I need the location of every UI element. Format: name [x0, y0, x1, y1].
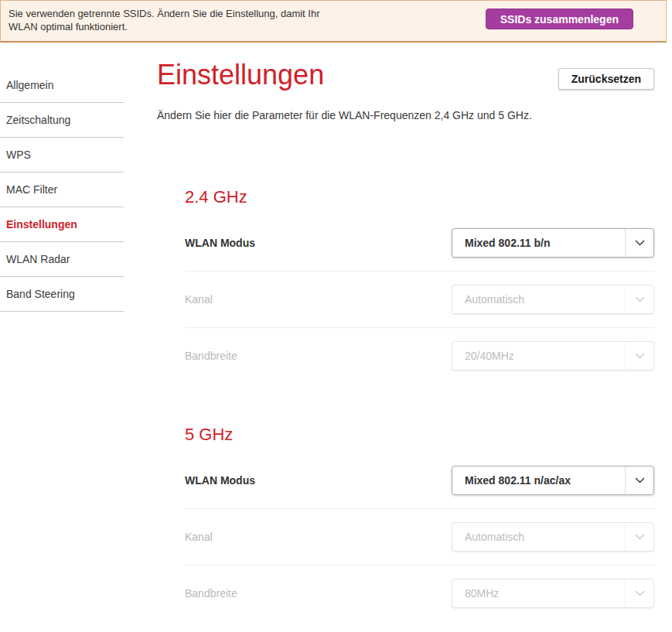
page-subtitle: Ändern Sie hier die Parameter für die WL… [157, 109, 654, 122]
dropdown-5-ghz-bandbreite: 80MHz [452, 579, 654, 608]
sidebar-item-wlan-radar[interactable]: WLAN Radar [0, 242, 124, 277]
band-heading-2-4-ghz: 2.4 GHz [185, 186, 654, 208]
dropdown-5-ghz-kanal: Automatisch [452, 522, 654, 552]
ssid-warning-banner: Sie verwenden getrennte SSIDs. Ändern Si… [0, 0, 667, 43]
dropdown-value: 20/40MHz [452, 342, 625, 370]
banner-message-line1: Sie verwenden getrennte SSIDs. Ändern Si… [9, 8, 320, 19]
sidebar-item-band-steering[interactable]: Band Steering [0, 277, 124, 312]
setting-row-bandbreite: Bandbreite80MHz [185, 565, 654, 621]
page-layout: AllgemeinZeitschaltungWPSMAC FilterEinst… [0, 43, 672, 621]
dropdown-value: Automatisch [452, 285, 625, 313]
dropdown-value: Automatisch [452, 523, 625, 551]
chevron-down-icon [625, 466, 653, 494]
band-section-2-4-ghz: 2.4 GHzWLAN ModusMixed 802.11 b/nKanalAu… [185, 186, 654, 384]
setting-label: WLAN Modus [185, 474, 255, 487]
sidebar-item-einstellungen[interactable]: Einstellungen [0, 207, 124, 242]
band-heading-5-ghz: 5 GHz [185, 424, 654, 446]
banner-message: Sie verwenden getrennte SSIDs. Ändern Si… [9, 7, 320, 33]
setting-label: Bandbreite [185, 350, 237, 362]
sidebar-item-label: Einstellungen [6, 218, 77, 231]
header-row: Einstellungen Zurücksetzen [157, 58, 654, 92]
sidebar-nav: AllgemeinZeitschaltungWPSMAC FilterEinst… [0, 68, 124, 621]
dropdown-2-4-ghz-bandbreite: 20/40MHz [452, 341, 654, 371]
sidebar-item-label: Band Steering [6, 288, 75, 300]
setting-label: Bandbreite [185, 587, 237, 600]
dropdown-value: 80MHz [452, 579, 625, 607]
settings-sections: 2.4 GHzWLAN ModusMixed 802.11 b/nKanalAu… [185, 186, 654, 621]
band-section-5-ghz: 5 GHzWLAN ModusMixed 802.11 n/ac/axKanal… [185, 424, 654, 621]
sidebar-item-label: Allgemein [6, 79, 53, 91]
chevron-down-icon [625, 285, 653, 313]
sidebar-item-label: WLAN Radar [6, 253, 70, 265]
banner-message-line2: WLAN optimal funktioniert. [9, 21, 128, 32]
setting-row-kanal: KanalAutomatisch [185, 508, 654, 565]
setting-label: Kanal [185, 293, 213, 306]
sidebar-item-label: MAC Filter [6, 183, 57, 196]
dropdown-2-4-ghz-wlan-modus[interactable]: Mixed 802.11 b/n [452, 228, 654, 258]
dropdown-value: Mixed 802.11 b/n [452, 229, 625, 257]
setting-row-wlan-modus: WLAN ModusMixed 802.11 b/n [185, 215, 654, 271]
sidebar-item-mac-filter[interactable]: MAC Filter [0, 173, 124, 207]
chevron-down-icon [625, 523, 653, 551]
sidebar-item-wps[interactable]: WPS [0, 138, 124, 173]
chevron-down-icon [625, 342, 653, 370]
sidebar-item-allgemein[interactable]: Allgemein [0, 68, 124, 103]
reset-button[interactable]: Zurücksetzen [558, 68, 654, 90]
setting-label: Kanal [185, 531, 213, 543]
main-content: Einstellungen Zurücksetzen Ändern Sie hi… [157, 58, 654, 621]
dropdown-value: Mixed 802.11 n/ac/ax [452, 466, 625, 494]
sidebar-item-zeitschaltung[interactable]: Zeitschaltung [0, 103, 124, 138]
setting-label: WLAN Modus [185, 237, 255, 249]
sidebar-item-label: Zeitschaltung [6, 114, 70, 126]
merge-ssids-button[interactable]: SSIDs zusammenlegen [486, 9, 633, 29]
dropdown-2-4-ghz-kanal: Automatisch [452, 285, 654, 314]
dropdown-5-ghz-wlan-modus[interactable]: Mixed 802.11 n/ac/ax [452, 466, 654, 495]
setting-row-wlan-modus: WLAN ModusMixed 802.11 n/ac/ax [185, 453, 654, 508]
setting-row-bandbreite: Bandbreite20/40MHz [185, 327, 654, 384]
sidebar-item-label: WPS [6, 149, 31, 161]
setting-row-kanal: KanalAutomatisch [185, 271, 654, 327]
chevron-down-icon [625, 579, 653, 607]
chevron-down-icon [625, 229, 653, 257]
page-title: Einstellungen [157, 58, 324, 92]
